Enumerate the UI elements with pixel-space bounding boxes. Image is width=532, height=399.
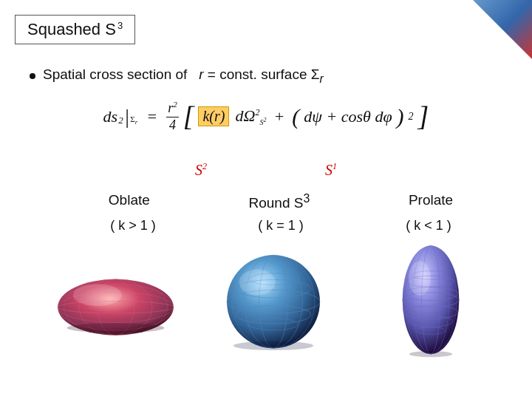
formula-equals: = [146,107,157,126]
bracket-close: ] [418,104,429,128]
paren-open: ( [292,107,299,126]
formula-domega: dΩ2S2 [235,106,266,126]
svg-point-7 [73,284,122,306]
oblate-shape [53,244,179,362]
k-r-highlight: k(r) [198,106,229,126]
title-superscript: 3 [117,20,123,31]
s2-label: S2 [195,161,207,179]
svg-point-31 [409,261,431,296]
k-conditions-row: ( k > 1 ) ( k = 1 ) ( k < 1 ) [59,218,502,233]
bullet-section: Spatial cross section of r = const. surf… [30,66,324,86]
formula-plus: + [273,107,284,126]
formula-frac: r2 4 [166,100,179,133]
svg-point-18 [239,269,276,295]
shapes-row [37,244,510,362]
bullet-point [30,73,35,79]
formula-area: ds2 | Σr = r2 4 [ k(r) dΩ2S2 + ( dψ + co… [44,100,488,133]
svg-point-9 [227,255,320,348]
title-text: Squashed S [27,20,116,39]
formula: ds2 | Σr = r2 4 [ k(r) dΩ2S2 + ( dψ + co… [103,100,429,133]
corner-accent [473,0,532,59]
prolate-condition: ( k < 1 ) [406,218,451,233]
s1-label: S1 [325,161,337,179]
sphere-labels: S2 S1 [0,161,532,179]
prolate-shape [368,244,494,362]
formula-lhs: ds2 | Σr [103,107,138,126]
bracket-open: [ [183,104,194,128]
oblate-label: Oblate [109,192,150,211]
paren-close: ) [397,107,404,126]
formula-dpsi: dψ + cosθ dφ [304,107,392,126]
svg-point-32 [409,351,452,357]
oblate-condition: ( k > 1 ) [110,218,156,233]
prolate-label: Prolate [409,192,453,211]
formula-sq: 2 [409,111,414,123]
round-label: Round S3 [248,192,310,211]
svg-point-19 [233,341,314,349]
shape-names-row: Oblate Round S3 Prolate [59,192,502,211]
svg-point-8 [67,323,165,332]
svg-point-20 [403,246,460,355]
round-shape [211,244,336,362]
round-condition: ( k = 1 ) [258,218,304,233]
bullet-text: Spatial cross section of r = const. surf… [43,66,324,86]
title-box: Squashed S3 [15,15,135,44]
